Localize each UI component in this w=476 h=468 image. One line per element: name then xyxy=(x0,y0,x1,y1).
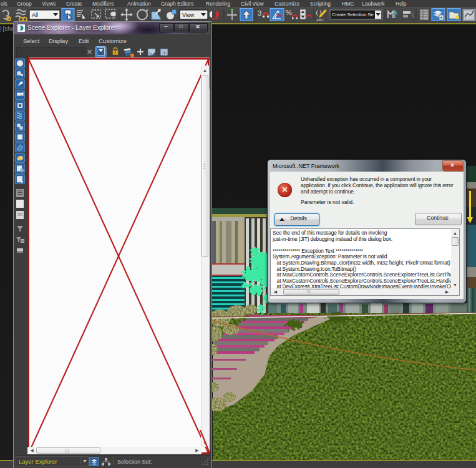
svg-text:✕: ✕ xyxy=(87,48,92,56)
